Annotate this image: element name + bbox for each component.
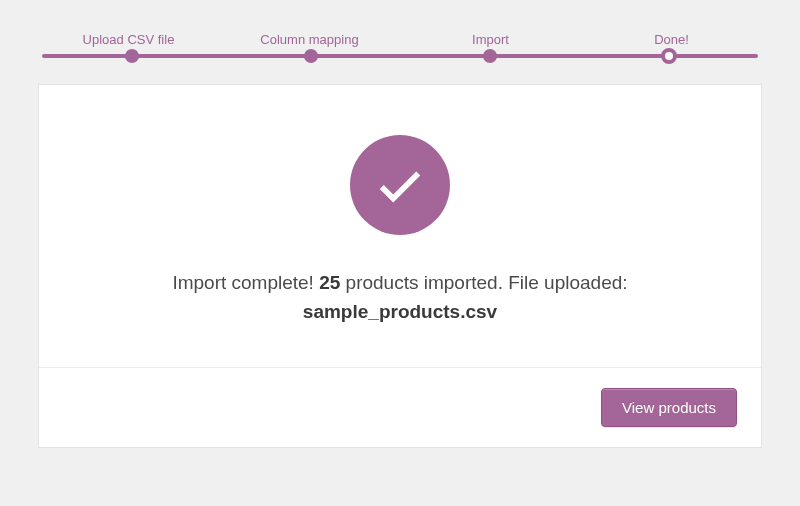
stepper-step-label: Done! <box>654 32 689 47</box>
stepper-dot <box>125 49 139 63</box>
import-stepper: Upload CSV fileColumn mappingImportDone! <box>38 32 762 58</box>
import-count: 25 <box>319 272 340 293</box>
success-check-icon <box>350 135 450 235</box>
uploaded-filename: sample_products.csv <box>79 301 721 323</box>
stepper-dot <box>483 49 497 63</box>
message-suffix: products imported. File uploaded: <box>340 272 627 293</box>
stepper-track <box>42 54 758 58</box>
message-prefix: Import complete! <box>172 272 319 293</box>
card-footer: View products <box>39 367 761 447</box>
stepper-step-label: Import <box>472 32 509 47</box>
stepper-step-label: Column mapping <box>260 32 358 47</box>
import-complete-message: Import complete! 25 products imported. F… <box>79 267 721 299</box>
view-products-button[interactable]: View products <box>601 388 737 427</box>
stepper-dot <box>304 49 318 63</box>
stepper-dot <box>661 48 677 64</box>
stepper-step-label: Upload CSV file <box>83 32 175 47</box>
import-result-card: Import complete! 25 products imported. F… <box>38 84 762 448</box>
